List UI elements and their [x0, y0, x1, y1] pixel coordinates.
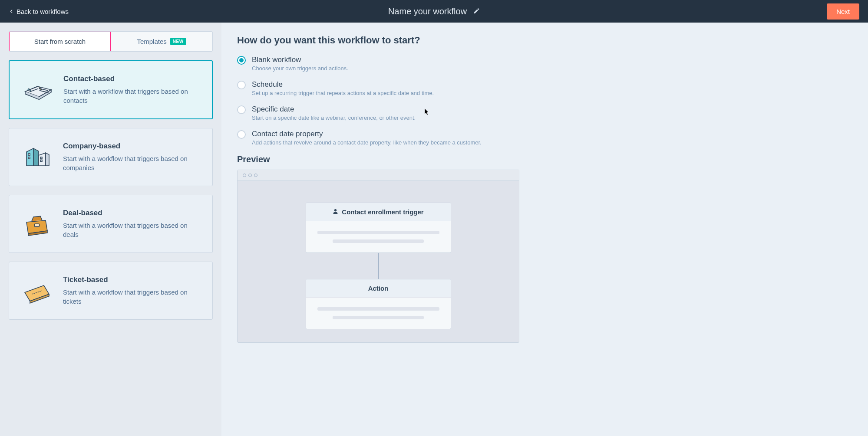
preview-box: Contact enrollment trigger Action: [237, 170, 519, 343]
tab-row: Start from scratch Templates NEW: [9, 31, 213, 52]
skeleton-line: [317, 307, 439, 311]
workflow-title-text: Name your workflow: [388, 7, 467, 16]
option-date-desc: Start on a specific date like a webinar,…: [252, 115, 416, 121]
action-node: Action: [306, 279, 451, 329]
svg-rect-6: [40, 157, 42, 159]
radio-dot-icon: [237, 105, 246, 114]
window-dot-icon: [254, 174, 257, 177]
radio-dot-icon: [237, 56, 246, 65]
svg-point-1: [30, 90, 31, 92]
company-desc: Start with a workflow that triggers base…: [63, 154, 202, 172]
right-panel: How do you want this workflow to start? …: [221, 23, 868, 436]
left-sidebar: Start from scratch Templates NEW: [0, 23, 221, 436]
contact-title: Contact-based: [63, 75, 201, 83]
next-button[interactable]: Next: [827, 3, 859, 20]
workflow-title[interactable]: Name your workflow: [388, 7, 480, 16]
workflow-type-deal[interactable]: Deal-based Start with a workflow that tr…: [9, 195, 213, 253]
new-badge: NEW: [170, 38, 186, 45]
ticket-icon: [20, 273, 54, 308]
tab-templates[interactable]: Templates NEW: [111, 32, 212, 51]
back-label: Back to workflows: [17, 8, 69, 15]
workflow-type-company[interactable]: Company-based Start with a workflow that…: [9, 128, 213, 186]
tab-start-from-scratch[interactable]: Start from scratch: [9, 32, 111, 51]
option-schedule-label: Schedule: [252, 80, 434, 89]
option-cdp-desc: Add actions that revolve around a contac…: [252, 139, 482, 146]
option-blank-label: Blank workflow: [252, 56, 348, 64]
start-option-contact-date-property[interactable]: Contact date property Add actions that r…: [237, 130, 852, 146]
ticket-title: Ticket-based: [63, 275, 202, 284]
contact-icon: [20, 72, 55, 107]
radio-dot-icon: [237, 130, 246, 139]
svg-rect-7: [40, 160, 42, 161]
company-icon: [20, 140, 54, 174]
topbar: Back to workflows Name your workflow Nex…: [0, 0, 868, 23]
workflow-type-ticket[interactable]: Ticket-based Start with a workflow that …: [9, 262, 213, 320]
workflow-type-contact[interactable]: Contact-based Start with a workflow that…: [9, 60, 213, 119]
svg-point-0: [28, 89, 29, 90]
option-blank-desc: Choose your own triggers and actions.: [252, 65, 348, 72]
action-node-header: Action: [306, 279, 451, 298]
chevron-left-icon: [9, 8, 14, 15]
preview-window-header: [238, 170, 519, 181]
preview-canvas: Contact enrollment trigger Action: [238, 181, 519, 342]
option-schedule-desc: Set up a recurring trigger that repeats …: [252, 90, 434, 96]
svg-rect-4: [28, 154, 30, 155]
contact-desc: Start with a workflow that triggers base…: [63, 87, 201, 105]
company-title: Company-based: [63, 142, 202, 151]
trigger-label: Contact enrollment trigger: [342, 208, 423, 216]
action-label: Action: [368, 285, 389, 292]
window-dot-icon: [248, 174, 252, 177]
start-question: How do you want this workflow to start?: [237, 35, 852, 46]
tab-scratch-label: Start from scratch: [34, 38, 86, 45]
deal-title: Deal-based: [63, 209, 202, 217]
start-option-blank[interactable]: Blank workflow Choose your own triggers …: [237, 56, 852, 72]
skeleton-line: [333, 316, 424, 319]
skeleton-line: [317, 231, 439, 234]
svg-rect-8: [34, 224, 39, 226]
window-dot-icon: [243, 174, 246, 177]
connector-line: [378, 253, 379, 279]
body-wrap: Start from scratch Templates NEW: [0, 23, 868, 436]
svg-rect-5: [28, 157, 30, 159]
preview-heading: Preview: [237, 154, 852, 164]
svg-point-3: [40, 89, 41, 90]
deal-desc: Start with a workflow that triggers base…: [63, 221, 202, 239]
start-option-specific-date[interactable]: Specific date Start on a specific date l…: [237, 105, 852, 121]
tab-templates-label: Templates: [137, 38, 166, 45]
back-to-workflows-link[interactable]: Back to workflows: [9, 8, 69, 15]
user-icon: [333, 208, 338, 216]
trigger-node-header: Contact enrollment trigger: [306, 203, 451, 221]
ticket-desc: Start with a workflow that triggers base…: [63, 288, 202, 306]
radio-dot-icon: [237, 81, 246, 89]
deal-icon: [20, 207, 54, 241]
pencil-icon[interactable]: [473, 7, 480, 16]
svg-point-2: [39, 87, 40, 89]
skeleton-line: [333, 239, 424, 243]
trigger-node: Contact enrollment trigger: [306, 203, 451, 253]
start-option-schedule[interactable]: Schedule Set up a recurring trigger that…: [237, 80, 852, 96]
option-date-label: Specific date: [252, 105, 416, 114]
option-cdp-label: Contact date property: [252, 130, 482, 138]
